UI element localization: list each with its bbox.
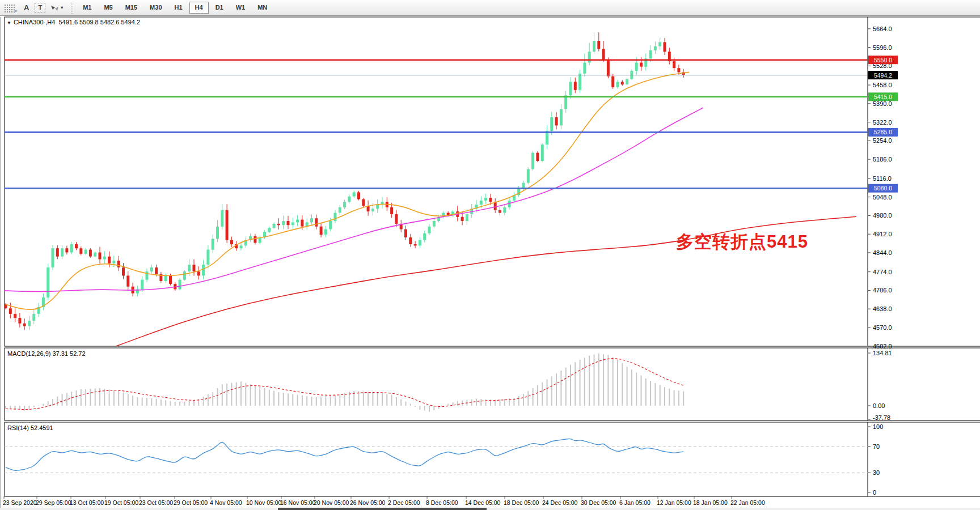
svg-text:6 Jan 05:00: 6 Jan 05:00: [619, 499, 650, 506]
date-axis: 23 Sep 202029 Sep 05:0013 Oct 05:0019 Oc…: [3, 496, 765, 506]
svg-text:29 Sep 05:00: 29 Sep 05:00: [36, 499, 71, 506]
svg-text:4706.0: 4706.0: [873, 287, 892, 294]
svg-text:8 Dec 05:00: 8 Dec 05:00: [426, 499, 458, 506]
svg-text:5080.0: 5080.0: [874, 185, 892, 192]
svg-text:23 Sep 2020: 23 Sep 2020: [3, 499, 37, 506]
chart-annotation-text[interactable]: 多空转折点5415: [676, 230, 808, 254]
cursor-arrows-icon: [50, 4, 59, 12]
toolbar-grip-icon[interactable]: F: [3, 3, 16, 12]
timeframe-button-m15[interactable]: M15: [120, 2, 143, 14]
font-tool-button[interactable]: A: [19, 2, 33, 13]
svg-text:4570.0: 4570.0: [873, 324, 892, 331]
svg-text:4844.0: 4844.0: [873, 249, 892, 256]
svg-text:26 Nov 05:00: 26 Nov 05:00: [350, 499, 386, 506]
svg-text:5048.0: 5048.0: [873, 194, 892, 201]
timeframe-button-h4[interactable]: H4: [189, 2, 209, 14]
chart-title-text: CHINA300-,H4 5491.6 5509.8 5482.6 5494.2: [14, 19, 140, 26]
toolbar-tools-group: F A T ▾: [3, 0, 66, 15]
svg-text:5390.0: 5390.0: [873, 100, 892, 107]
svg-text:0: 0: [873, 489, 876, 496]
svg-text:12 Jan 05:00: 12 Jan 05:00: [657, 499, 691, 506]
chart-canvas: 5664.05596.05528.05458.05390.05322.05254…: [0, 16, 980, 510]
svg-text:13 Oct 05:00: 13 Oct 05:00: [70, 499, 104, 506]
svg-text:18 Dec 05:00: 18 Dec 05:00: [504, 499, 539, 506]
svg-text:5322.0: 5322.0: [873, 119, 892, 126]
macd-label: MACD(12,26,9) 37.31 52.72: [7, 350, 86, 357]
svg-text:5285.0: 5285.0: [874, 129, 892, 135]
toolbar-separator: [70, 2, 73, 14]
rsi-label: RSI(14) 52.4591: [7, 424, 53, 431]
svg-text:5664.0: 5664.0: [873, 26, 892, 32]
svg-text:19 Oct 05:00: 19 Oct 05:00: [104, 499, 138, 506]
svg-text:134.81: 134.81: [873, 350, 892, 356]
price-axis: 5664.05596.05528.05458.05390.05322.05254…: [868, 26, 898, 350]
svg-text:4980.0: 4980.0: [873, 212, 892, 219]
svg-text:20 Nov 05:00: 20 Nov 05:00: [314, 499, 349, 506]
svg-text:4912.0: 4912.0: [873, 231, 892, 237]
timeframe-button-h1[interactable]: H1: [169, 2, 188, 14]
svg-text:5596.0: 5596.0: [873, 44, 892, 51]
svg-text:30 Dec 05:00: 30 Dec 05:00: [581, 499, 616, 506]
svg-text:16 Nov 05:00: 16 Nov 05:00: [280, 499, 316, 506]
svg-text:5186.0: 5186.0: [873, 156, 892, 163]
svg-text:5254.0: 5254.0: [873, 137, 892, 144]
svg-text:5550.0: 5550.0: [874, 57, 892, 63]
pane-frames: [1, 17, 980, 508]
arrows-tool-button[interactable]: ▾: [47, 2, 66, 14]
svg-text:23 Oct 05:00: 23 Oct 05:00: [139, 499, 173, 506]
svg-text:0.00: 0.00: [873, 402, 885, 409]
timeframe-button-m5[interactable]: M5: [98, 2, 118, 14]
chevron-down-icon: ▾: [61, 4, 63, 11]
svg-text:70: 70: [873, 443, 880, 450]
toolbar: F A T ▾ M1M5M15M30H1H4D1W1MN: [0, 0, 980, 16]
svg-text:4774.0: 4774.0: [873, 269, 892, 275]
svg-text:14 Dec 05:00: 14 Dec 05:00: [465, 499, 501, 506]
svg-text:4502.0: 4502.0: [873, 343, 892, 350]
svg-text:18 Jan 05:00: 18 Jan 05:00: [693, 499, 728, 506]
svg-text:10 Nov 05:00: 10 Nov 05:00: [246, 499, 282, 506]
svg-text:5415.0: 5415.0: [874, 94, 892, 100]
svg-text:5458.0: 5458.0: [873, 82, 892, 88]
scrollbar-thumb[interactable]: [278, 508, 487, 510]
svg-text:5494.2: 5494.2: [874, 72, 892, 79]
timeframe-button-mn[interactable]: MN: [252, 2, 273, 14]
svg-text:100: 100: [873, 423, 883, 430]
horizontal-scrollbar[interactable]: [0, 508, 980, 510]
svg-text:24 Dec 05:00: 24 Dec 05:00: [542, 499, 578, 506]
svg-text:4638.0: 4638.0: [873, 305, 892, 312]
svg-text:4 Nov 05:00: 4 Nov 05:00: [210, 499, 242, 506]
timeframe-button-w1[interactable]: W1: [230, 2, 251, 14]
svg-text:2 Dec 05:00: 2 Dec 05:00: [388, 499, 420, 506]
svg-text:5116.0: 5116.0: [873, 175, 892, 182]
symbol-dropdown-icon[interactable]: ▼: [7, 20, 11, 26]
chart-area[interactable]: 5664.05596.05528.05458.05390.05322.05254…: [0, 16, 980, 510]
timeframe-button-m30[interactable]: M30: [144, 2, 167, 14]
timeframe-button-d1[interactable]: D1: [210, 2, 229, 14]
svg-text:30: 30: [873, 469, 880, 476]
svg-text:-37.78: -37.78: [873, 414, 890, 421]
svg-text:22 Jan 05:00: 22 Jan 05:00: [730, 499, 765, 506]
timeframe-group: M1M5M15M30H1H4D1W1MN: [77, 0, 273, 15]
chart-title: ▼CHINA300-,H4 5491.6 5509.8 5482.6 5494.…: [7, 19, 140, 26]
svg-text:29 Oct 05:00: 29 Oct 05:00: [174, 499, 208, 506]
timeframe-button-m1[interactable]: M1: [77, 2, 97, 14]
text-tool-button[interactable]: T: [35, 3, 45, 12]
grip-f-label: F: [14, 10, 17, 14]
